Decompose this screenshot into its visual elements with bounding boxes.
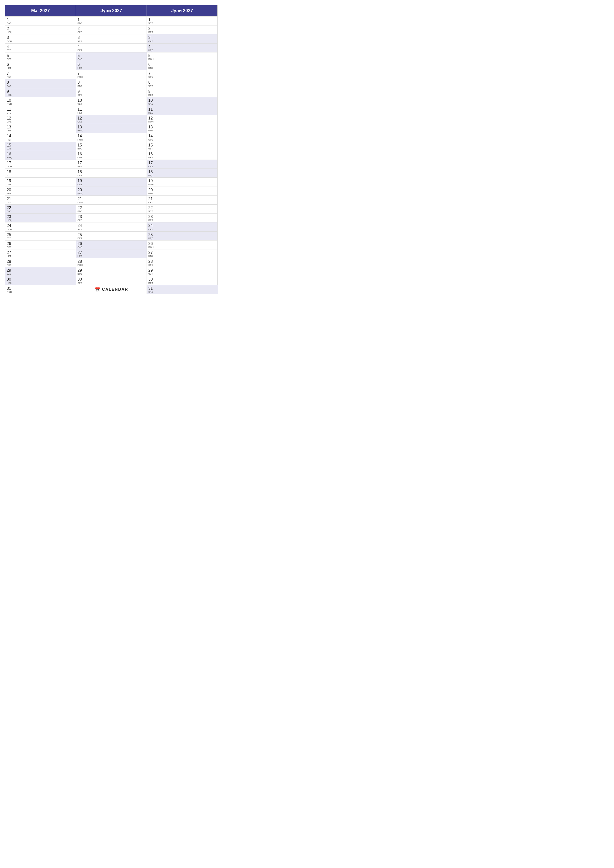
day-number: 19: [78, 178, 145, 183]
day-number: 19: [7, 178, 74, 183]
day-name: ПЕТ: [78, 49, 145, 51]
day-cell-m2-d7: 8ЧЕТ: [147, 79, 218, 88]
day-name: СРЕ: [7, 58, 74, 60]
day-number: 7: [78, 71, 145, 76]
month-header-0: Maj 2027: [5, 5, 76, 16]
day-cell-m1-d10: 11ПЕТ: [76, 106, 147, 115]
day-name: НЕД: [148, 174, 216, 177]
day-cell-m0-d23: 24ПОН: [5, 222, 76, 231]
day-name: ВТО: [7, 237, 74, 240]
day-cell-m2-d5: 6ВТО: [147, 61, 218, 70]
day-cell-m2-d17: 18НЕД: [147, 169, 218, 177]
day-number: 14: [78, 133, 145, 138]
calendar-logo-text: CALENDAR: [102, 287, 128, 292]
day-number: 26: [78, 241, 145, 246]
day-name: ПОН: [148, 121, 216, 123]
day-number: 11: [7, 107, 74, 112]
day-name: ЧЕТ: [7, 129, 74, 132]
month-header-2: Јули 2027: [147, 5, 218, 16]
day-cell-m1-d23: 24ЧЕТ: [76, 222, 147, 231]
day-name: НЕД: [7, 219, 74, 222]
day-name: ПЕТ: [148, 282, 216, 284]
day-name: ЧЕТ: [7, 255, 74, 257]
day-name: ПЕТ: [148, 157, 216, 159]
day-number: 27: [148, 250, 216, 255]
day-number: 6: [78, 62, 145, 67]
day-number: 12: [148, 116, 216, 121]
day-name: ПОН: [148, 58, 216, 60]
day-number: 12: [7, 116, 74, 121]
day-name: СРЕ: [148, 76, 216, 78]
day-cell-m1-d0: 1ВТО: [76, 16, 147, 25]
day-name: ПОН: [78, 76, 145, 78]
day-cell-m0-d1: 2НЕД: [5, 25, 76, 34]
day-cell-m2-d6: 7СРЕ: [147, 70, 218, 79]
day-number: 20: [148, 188, 216, 192]
day-number: 6: [7, 62, 74, 67]
day-cell-m0-d13: 14ПЕТ: [5, 133, 76, 141]
day-number: 1: [7, 17, 74, 22]
day-number: 30: [148, 277, 216, 282]
day-cell-m0-d27: 28ПЕТ: [5, 258, 76, 267]
day-name: ПОН: [7, 165, 74, 168]
day-cell-m0-d11: 12СРЕ: [5, 115, 76, 124]
day-number: 31: [7, 286, 74, 291]
day-number: 26: [148, 241, 216, 246]
day-cell-m1-d11: 12САБ: [76, 115, 147, 124]
day-name: ЧЕТ: [7, 192, 74, 195]
day-number: 3: [78, 35, 145, 40]
day-number: 6: [148, 62, 216, 67]
day-number: 21: [7, 197, 74, 201]
day-number: 1: [78, 17, 145, 22]
day-cell-m0-d14: 15САБ: [5, 142, 76, 151]
day-cell-m2-d26: 27ВТО: [147, 249, 218, 258]
day-number: 18: [78, 169, 145, 174]
day-name: ЧЕТ: [148, 147, 216, 150]
day-name: САБ: [148, 228, 216, 231]
day-cell-m2-d12: 13ВТО: [147, 124, 218, 133]
day-name: ЧЕТ: [148, 273, 216, 275]
day-name: САБ: [78, 121, 145, 123]
day-number: 5: [7, 53, 74, 58]
day-number: 25: [148, 232, 216, 237]
day-cell-m2-d13: 14СРЕ: [147, 133, 218, 141]
day-cell-m1-d22: 23СРЕ: [76, 213, 147, 222]
day-cell-m2-d23: 24САБ: [147, 222, 218, 231]
day-cell-m0-d8: 9НЕД: [5, 88, 76, 97]
day-name: ВТО: [148, 255, 216, 257]
day-name: ВТО: [78, 147, 145, 150]
day-number: 7: [148, 71, 216, 76]
day-cell-m1-d21: 22ВТО: [76, 205, 147, 213]
day-name: СРЕ: [148, 264, 216, 266]
day-name: ЧЕТ: [148, 22, 216, 25]
day-cell-m0-d0: 1САБ: [5, 16, 76, 25]
day-name: ПОН: [7, 40, 74, 43]
day-name: НЕД: [7, 157, 74, 159]
day-number: 29: [148, 268, 216, 273]
day-name: ВТО: [7, 174, 74, 177]
day-cell-m1-d15: 16СРЕ: [76, 151, 147, 160]
day-name: НЕД: [78, 67, 145, 69]
day-cell-m0-d12: 13ЧЕТ: [5, 124, 76, 133]
day-number: 2: [7, 26, 74, 31]
day-number: 24: [7, 223, 74, 228]
day-number: 21: [148, 197, 216, 201]
day-name: САБ: [148, 165, 216, 168]
day-cell-m0-d3: 4ВТО: [5, 43, 76, 52]
day-name: САБ: [148, 291, 216, 293]
day-number: 5: [78, 53, 145, 58]
day-number: 22: [148, 205, 216, 210]
day-number: 28: [78, 259, 145, 264]
day-number: 29: [78, 268, 145, 273]
day-number: 1: [148, 17, 216, 22]
day-name: ПЕТ: [148, 219, 216, 222]
day-number: 31: [148, 286, 216, 291]
day-cell-m0-d17: 18ВТО: [5, 169, 76, 177]
day-number: 23: [148, 214, 216, 219]
day-number: 30: [78, 277, 145, 282]
day-name: НЕД: [7, 94, 74, 96]
day-cell-m2-d1: 2ПЕТ: [147, 25, 218, 34]
day-number: 13: [148, 125, 216, 129]
day-number: 4: [148, 44, 216, 49]
day-cell-m0-d24: 25ВТО: [5, 231, 76, 240]
